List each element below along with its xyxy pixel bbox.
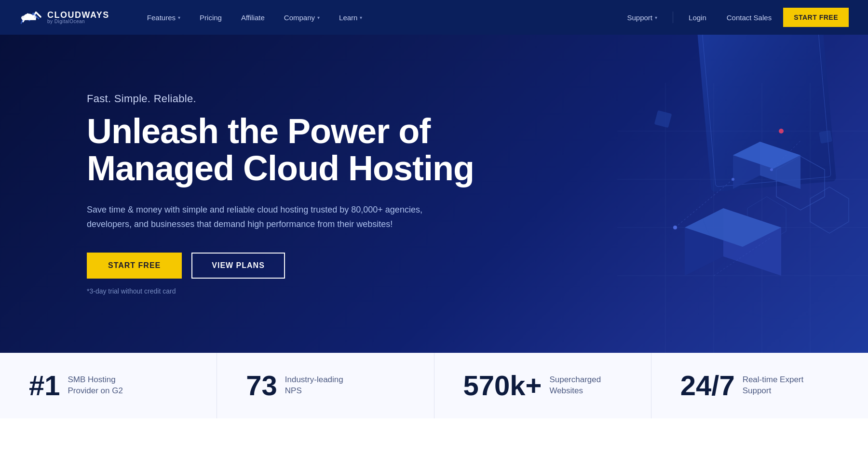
nav-affiliate[interactable]: Affiliate xyxy=(232,10,273,26)
svg-marker-15 xyxy=(810,187,849,233)
stat-label-nps: Industry-leading NPS xyxy=(285,374,362,397)
stats-bar: #1 SMB Hosting Provider on G2 73 Industr… xyxy=(0,353,868,418)
stat-number-support: 24/7 xyxy=(680,372,735,400)
svg-point-28 xyxy=(673,226,677,229)
logo-icon xyxy=(19,8,42,27)
features-chevron-icon: ▾ xyxy=(178,15,180,20)
hero-disclaimer: *3-day trial without credit card xyxy=(87,287,502,295)
navbar: CLOUDWAYS by DigitalOcean Features ▾ Pri… xyxy=(0,0,868,35)
stat-number-nps: 73 xyxy=(246,372,277,400)
nav-features[interactable]: Features ▾ xyxy=(138,10,189,26)
stat-label-websites: Supercharged Websites xyxy=(549,374,622,397)
stat-item-support: 24/7 Real-time Expert Support xyxy=(651,353,868,418)
nav-start-free-button[interactable]: START FREE xyxy=(783,8,849,27)
hero-title: Unleash the Power of Managed Cloud Hosti… xyxy=(87,113,502,188)
hero-tagline: Fast. Simple. Reliable. xyxy=(87,93,502,105)
hero-start-free-button[interactable]: START FREE xyxy=(87,253,182,279)
nav-pricing[interactable]: Pricing xyxy=(191,10,231,26)
stat-item-websites: 570k+ Supercharged Websites xyxy=(434,353,651,418)
logo-text: CLOUDWAYS by DigitalOcean xyxy=(47,11,109,24)
hero-decoration xyxy=(473,35,868,353)
learn-chevron-icon: ▾ xyxy=(360,15,362,20)
svg-rect-23 xyxy=(654,110,672,128)
stat-item-rank: #1 SMB Hosting Provider on G2 xyxy=(0,353,217,418)
hero-section: Fast. Simple. Reliable. Unleash the Powe… xyxy=(0,35,868,353)
support-chevron-icon: ▾ xyxy=(655,15,657,20)
nav-support[interactable]: Support ▾ xyxy=(619,10,666,26)
svg-rect-3 xyxy=(22,18,36,20)
nav-divider xyxy=(673,12,673,23)
stat-item-nps: 73 Industry-leading NPS xyxy=(217,353,434,418)
svg-point-31 xyxy=(779,129,784,134)
hero-buttons: START FREE VIEW PLANS xyxy=(87,253,502,279)
stat-number-websites: 570k+ xyxy=(463,372,542,400)
stat-number-rank: #1 xyxy=(29,372,60,400)
hero-description: Save time & money with simple and reliab… xyxy=(87,203,453,231)
nav-right: Support ▾ Login Contact Sales START FREE xyxy=(619,8,849,27)
stat-label-rank: SMB Hosting Provider on G2 xyxy=(68,374,145,397)
nav-contact-sales[interactable]: Contact Sales xyxy=(718,10,780,26)
company-chevron-icon: ▾ xyxy=(317,15,320,20)
nav-login[interactable]: Login xyxy=(680,10,715,26)
stat-label-support: Real-time Expert Support xyxy=(743,374,820,397)
hero-view-plans-button[interactable]: VIEW PLANS xyxy=(191,253,285,279)
hero-content: Fast. Simple. Reliable. Unleash the Powe… xyxy=(87,93,502,295)
nav-links: Features ▾ Pricing Affiliate Company ▾ L… xyxy=(138,10,619,26)
svg-rect-24 xyxy=(819,130,832,144)
svg-point-29 xyxy=(732,178,734,181)
logo-link[interactable]: CLOUDWAYS by DigitalOcean xyxy=(19,8,109,27)
svg-point-30 xyxy=(770,168,773,171)
nav-learn[interactable]: Learn ▾ xyxy=(330,10,371,26)
nav-company[interactable]: Company ▾ xyxy=(275,10,328,26)
